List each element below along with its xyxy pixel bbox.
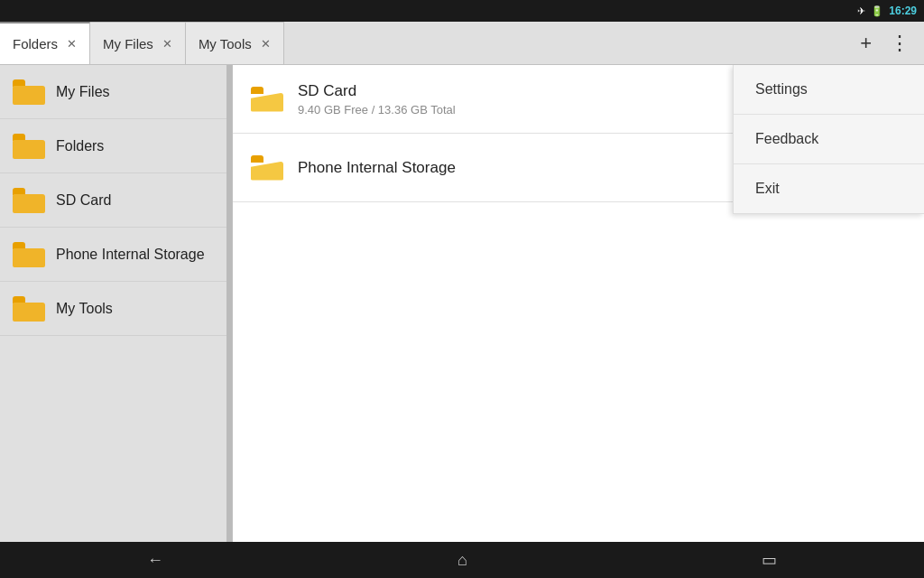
content-item-sd-card-subtitle: 9.40 GB Free / 13.36 GB Total: [298, 103, 456, 117]
tab-actions: + ⋮: [853, 28, 924, 59]
dropdown-feedback[interactable]: Feedback: [734, 115, 924, 164]
back-button[interactable]: ←: [129, 545, 181, 575]
folder-icon-sd-card: [13, 188, 45, 213]
tab-folders-label: Folders: [13, 36, 58, 51]
content-item-phone-internal-info: Phone Internal Storage: [298, 159, 456, 177]
content-area: SD Card 9.40 GB Free / 13.36 GB Total Ph…: [233, 65, 924, 542]
folder-icon-phone-internal-storage: [13, 242, 45, 267]
tab-bar: Folders ✕ My Files ✕ My Tools ✕ + ⋮: [0, 22, 924, 65]
more-options-button[interactable]: ⋮: [882, 28, 917, 59]
dropdown-menu: Settings Feedback Exit: [733, 65, 924, 214]
status-bar: ✈ 🔋 16:29: [0, 0, 924, 22]
content-item-phone-internal-name: Phone Internal Storage: [298, 159, 456, 177]
home-button[interactable]: ⌂: [439, 545, 485, 575]
tab-my-tools[interactable]: My Tools ✕: [186, 22, 284, 64]
sidebar-item-folders[interactable]: Folders: [0, 119, 232, 173]
folder-icon-sd-card-content: [251, 87, 283, 112]
sidebar-item-phone-internal-storage-label: Phone Internal Storage: [56, 247, 205, 263]
tab-my-files-label: My Files: [103, 36, 153, 51]
recents-button[interactable]: ▭: [744, 545, 795, 575]
sidebar-item-folders-label: Folders: [56, 138, 104, 154]
sidebar-item-sd-card-label: SD Card: [56, 192, 111, 209]
content-item-sd-card-name: SD Card: [298, 82, 456, 100]
status-time: 16:29: [889, 5, 917, 17]
tab-my-files[interactable]: My Files ✕: [90, 22, 186, 64]
tab-my-tools-label: My Tools: [199, 36, 252, 51]
airplane-icon: ✈: [857, 5, 865, 17]
sidebar-resize-handle[interactable]: [226, 65, 232, 542]
folder-icon-my-tools: [13, 296, 45, 322]
sidebar-item-my-files[interactable]: My Files: [0, 65, 232, 119]
nav-bar: ← ⌂ ▭: [0, 542, 924, 578]
tab-folders[interactable]: Folders ✕: [0, 22, 90, 64]
sidebar-item-my-files-label: My Files: [56, 84, 110, 100]
dropdown-settings[interactable]: Settings: [734, 65, 924, 115]
sidebar-item-sd-card[interactable]: SD Card: [0, 173, 232, 228]
dropdown-exit[interactable]: Exit: [734, 164, 924, 213]
folder-icon-phone-internal-content: [251, 155, 283, 181]
sidebar-item-my-tools-label: My Tools: [56, 301, 113, 317]
sidebar-item-phone-internal-storage[interactable]: Phone Internal Storage: [0, 228, 232, 282]
folder-icon-folders: [13, 134, 45, 159]
battery-icon: 🔋: [871, 5, 883, 17]
tab-my-tools-close[interactable]: ✕: [261, 37, 271, 51]
tab-my-files-close[interactable]: ✕: [162, 37, 172, 51]
folder-icon-my-files: [13, 79, 45, 105]
main-layout: My Files Folders SD Card Phone Internal …: [0, 65, 924, 542]
sidebar: My Files Folders SD Card Phone Internal …: [0, 65, 233, 542]
sidebar-item-my-tools[interactable]: My Tools: [0, 282, 232, 336]
tab-folders-close[interactable]: ✕: [67, 37, 77, 51]
add-tab-button[interactable]: +: [853, 28, 879, 59]
content-item-sd-card-info: SD Card 9.40 GB Free / 13.36 GB Total: [298, 82, 456, 117]
